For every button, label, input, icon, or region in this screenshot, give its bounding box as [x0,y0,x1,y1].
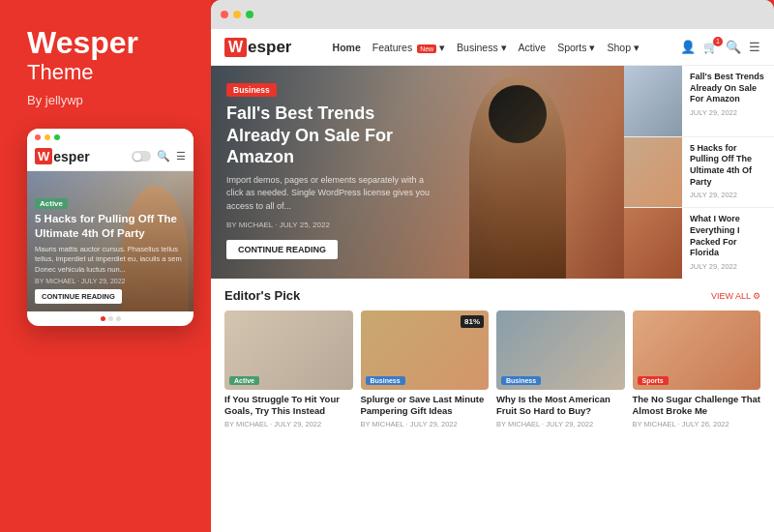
hero-category-badge: Business [226,83,277,97]
mobile-logo-rest: esper [53,149,89,164]
mobile-logo: W esper [35,148,90,164]
browser-dot-yellow[interactable] [233,11,241,18]
side-article-3[interactable]: What I Wore Everything I Packed For Flor… [624,208,774,279]
editor-card-4[interactable]: Sports The No Sugar Challenge That Almos… [633,310,761,429]
editors-grid: Active If You Struggle To Hit Your Goals… [224,310,760,429]
user-icon[interactable]: 👤 [680,40,696,54]
editor-card-4-badge: Sports [638,376,669,385]
mobile-cta-button[interactable]: CONTINUE READING [35,289,122,304]
hero-title: Fall's Best Trends Already On Sale For A… [226,103,431,168]
carousel-dot-1[interactable] [101,316,105,321]
mobile-top-bar [27,129,194,144]
editor-card-4-info: The No Sugar Challenge That Almost Broke… [633,390,761,429]
theme-toggle[interactable] [132,151,151,162]
nav-link-shop[interactable]: Shop ▾ [607,42,639,53]
cart-count: 1 [713,37,723,46]
editor-card-1[interactable]: Active If You Struggle To Hit Your Goals… [224,310,353,429]
editor-card-1-title: If You Struggle To Hit Your Goals, Try T… [224,394,353,418]
view-all-button[interactable]: VIEW ALL ⚙ [711,291,760,301]
side-article-3-title: What I Wore Everything I Packed For Flor… [690,214,766,259]
mobile-search-icon[interactable]: 🔍 [157,150,170,163]
nav-link-home[interactable]: Home [333,42,361,53]
hero-section: Business Fall's Best Trends Already On S… [211,66,774,279]
editors-pick-section: Editor's Pick VIEW ALL ⚙ Active If You S… [211,279,774,532]
editor-card-3-meta: BY MICHAEL · JULY 29, 2022 [496,420,625,429]
mobile-preview: W esper 🔍 ☰ Active 5 Hacks for Pulling O… [27,129,194,326]
view-all-icon: ⚙ [753,291,760,301]
mobile-dot-yellow [45,134,50,140]
editor-card-1-info: If You Struggle To Hit Your Goals, Try T… [224,390,353,429]
editors-pick-header: Editor's Pick VIEW ALL ⚙ [224,288,760,303]
mobile-carousel-dots [27,311,194,326]
editor-card-4-meta: BY MICHAEL · JULY 26, 2022 [633,420,761,429]
side-article-2-meta: JULY 29, 2022 [690,191,766,199]
hero-content: Business Fall's Best Trends Already On S… [226,79,431,259]
nav-link-active[interactable]: Active [519,42,547,53]
desktop-nav-links: Home Features New ▾ Business ▾ Active Sp… [333,42,640,53]
carousel-dot-2[interactable] [108,316,113,321]
editor-card-2-badge: Business [366,376,405,385]
desktop-logo: W esper [224,38,291,57]
editor-card-2-meta: BY MICHAEL · JULY 29, 2022 [361,420,490,429]
editor-card-4-image: Sports [633,310,761,390]
editor-card-3[interactable]: Business Why Is the Most American Fruit … [496,310,625,429]
brand-by: By jellywp [27,93,192,107]
hero-description: Import demos, pages or elements separate… [226,174,431,214]
mobile-dot-red [35,134,41,140]
mobile-menu-icon[interactable]: ☰ [176,150,186,163]
browser-dot-green[interactable] [246,11,253,18]
nav-link-features[interactable]: Features New ▾ [372,42,445,53]
mobile-hero-content: Active 5 Hacks for Pulling Off The Ultim… [27,187,194,311]
side-article-3-meta: JULY 29, 2022 [690,262,766,271]
side-article-1-image [624,66,682,136]
mobile-logo-w-letter: W [35,148,52,164]
editor-card-3-image: Business [496,310,625,390]
cart-icon-wrapper[interactable]: 🛒 1 [703,41,718,54]
editor-card-4-title: The No Sugar Challenge That Almost Broke… [633,394,761,418]
editor-card-2-image: Business 81% [361,310,490,390]
side-article-1-title: Fall's Best Trends Already On Sale For A… [690,72,766,105]
mobile-hero-desc: Mauris mattis auctor cursus. Phasellus t… [35,245,186,276]
carousel-dot-3[interactable] [116,316,121,321]
editor-card-1-meta: BY MICHAEL · JULY 29, 2022 [224,420,353,429]
editor-card-2[interactable]: Business 81% Splurge or Save Last Minute… [361,310,490,429]
right-panel: W esper Home Features New ▾ Business ▾ A… [211,0,774,532]
side-article-1-meta: JULY 29, 2022 [690,108,766,117]
mobile-header: W esper 🔍 ☰ [27,144,194,171]
desktop-logo-rest: esper [248,38,291,57]
hero-main-image: Business Fall's Best Trends Already On S… [211,66,624,279]
desktop-nav: W esper Home Features New ▾ Business ▾ A… [211,29,774,66]
editors-pick-title: Editor's Pick [224,288,300,303]
editor-card-3-info: Why Is the Most American Fruit So Hard t… [496,390,625,429]
brand-name: Wesper [27,27,192,58]
desktop-content: W esper Home Features New ▾ Business ▾ A… [211,29,774,532]
browser-dot-red[interactable] [221,11,228,18]
hero-cta-button[interactable]: CONTINUE READING [226,240,338,259]
search-icon[interactable]: 🔍 [726,40,741,54]
editor-card-2-info: Splurge or Save Last Minute Pampering Gi… [361,390,490,429]
side-article-2-image [624,137,682,208]
browser-bar [211,0,774,29]
side-article-1[interactable]: Fall's Best Trends Already On Sale For A… [624,66,774,137]
features-new-badge: New [417,44,436,53]
desktop-logo-w-letter: W [224,38,247,57]
hamburger-icon[interactable]: ☰ [749,40,760,54]
left-panel: Wesper Theme By jellywp W esper 🔍 ☰ [0,0,211,532]
side-article-3-image [624,208,682,279]
hero-meta: BY MICHAEL · JULY 25, 2022 [226,221,431,229]
editor-card-1-badge: Active [229,376,259,385]
hero-side-articles: Fall's Best Trends Already On Sale For A… [624,66,774,279]
side-article-1-text: Fall's Best Trends Already On Sale For A… [682,66,774,136]
mobile-hero-badge: Active [35,198,68,209]
side-article-2-text: 5 Hacks for Pulling Off The Ultimate 4th… [682,137,774,208]
editor-card-3-title: Why Is the Most American Fruit So Hard t… [496,394,625,418]
side-article-2[interactable]: 5 Hacks for Pulling Off The Ultimate 4th… [624,137,774,209]
side-article-2-title: 5 Hacks for Pulling Off The Ultimate 4th… [690,143,766,189]
editor-card-2-percent: 81% [461,315,484,328]
brand-subtitle: Theme [27,60,192,85]
desktop-nav-icons: 👤 🛒 1 🔍 ☰ [680,40,760,54]
nav-link-business[interactable]: Business ▾ [457,42,507,53]
mobile-hero-meta: BY MICHAEL · JULY 29, 2022 [35,278,186,284]
nav-link-sports[interactable]: Sports ▾ [557,42,595,53]
editor-card-3-badge: Business [501,376,541,385]
